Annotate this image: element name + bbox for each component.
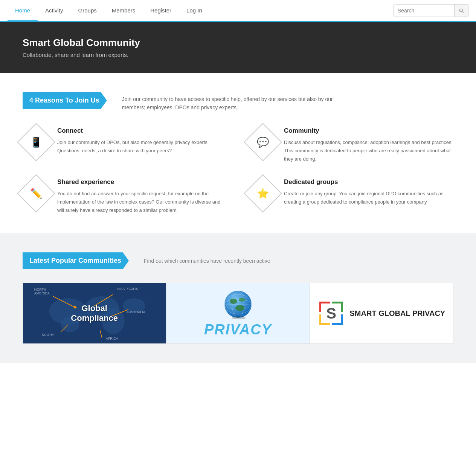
nav-login[interactable]: Log In (179, 0, 210, 20)
nav-groups[interactable]: Groups (71, 0, 104, 20)
sgp-border-tr (332, 302, 343, 312)
communities-description: Find out which communities have recently… (144, 258, 270, 264)
svg-line-16 (100, 330, 102, 338)
nav-activity[interactable]: Activity (38, 0, 71, 20)
svg-text:SOUTH: SOUTH (42, 333, 54, 337)
connect-title: Connect (57, 127, 227, 135)
svg-point-23 (239, 298, 245, 302)
svg-point-24 (235, 305, 244, 311)
communities-section: Latest Popular Communities Find out whic… (0, 233, 476, 363)
nav-members[interactable]: Members (104, 0, 143, 20)
sgp-border-bl (319, 314, 330, 325)
svg-text:NORTH: NORTH (34, 288, 46, 291)
svg-text:AUSTRALIA: AUSTRALIA (127, 310, 145, 314)
search-input[interactable] (394, 6, 454, 15)
community-icon: 💬 (244, 123, 282, 161)
connect-text: Join our community of DPOs, but also mor… (57, 138, 227, 155)
sgp-border-br (332, 314, 343, 325)
sgp-border-tl (319, 302, 330, 312)
community-text: Discuss about regulations, compliance, a… (284, 138, 453, 163)
connect-icon: 📱 (17, 123, 55, 161)
gc-title: GlobalCompliance (71, 303, 118, 323)
reasons-grid: 📱 Connect Join our community of DPOs, bu… (23, 127, 453, 215)
hero-section: Smart Global Community Collaborate, shar… (0, 22, 476, 73)
gc-card-image: NORTH AMERICA ASIA PACIFIC AUSTRALIA SOU… (23, 283, 166, 343)
communities-header: Latest Popular Communities Find out whic… (23, 252, 453, 269)
reasons-section: 4 Reasons To Join Us Join our community … (0, 73, 476, 233)
community-card-sgp[interactable]: SMART GLOBAL PRIVACY (310, 283, 453, 344)
groups-title: Dedicated groups (284, 178, 453, 186)
search-icon (458, 8, 464, 14)
svg-text:AFRICA: AFRICA (106, 337, 118, 340)
privacy-label: PRIVACY (204, 322, 272, 338)
reason-community: 💬 Community Discuss about regulations, c… (249, 127, 453, 163)
groups-text: Create or join any group. You can join r… (284, 190, 453, 206)
community-title: Community (284, 127, 453, 135)
reason-dedicated-groups: ⭐ Dedicated groups Create or join any gr… (249, 178, 453, 215)
reason-connect: 📱 Connect Join our community of DPOs, bu… (23, 127, 227, 163)
svg-text:ASIA PACIFIC: ASIA PACIFIC (117, 287, 139, 291)
search-bar (394, 4, 468, 17)
privacy-card-image: PRIVACY (166, 283, 309, 343)
nav-register[interactable]: Register (143, 0, 179, 20)
svg-text:AMERICA: AMERICA (34, 291, 50, 295)
reason-shared-experience: ✏️ Shared experience You do not find an … (23, 178, 227, 215)
community-card-privacy[interactable]: PRIVACY (166, 283, 310, 344)
sgp-card-image: SMART GLOBAL PRIVACY (310, 283, 453, 343)
search-button[interactable] (454, 4, 468, 17)
reasons-header: 4 Reasons To Join Us Join our community … (23, 92, 453, 112)
groups-icon: ⭐ (244, 174, 282, 213)
globe-icon (223, 289, 253, 319)
shared-icon: ✏️ (17, 174, 55, 213)
nav-home[interactable]: Home (8, 0, 38, 21)
reasons-badge: 4 Reasons To Join Us (23, 92, 107, 109)
nav-links: Home Activity Groups Members Register Lo… (8, 0, 394, 20)
hero-title: Smart Global Community (23, 37, 453, 49)
navigation: Home Activity Groups Members Register Lo… (0, 0, 476, 22)
communities-badge: Latest Popular Communities (23, 252, 129, 269)
shared-title: Shared experience (57, 178, 227, 186)
hero-subtitle: Collaborate, share and learn from expert… (23, 52, 453, 58)
svg-point-22 (230, 299, 237, 304)
sgp-logo (318, 300, 344, 326)
community-card-global-compliance[interactable]: NORTH AMERICA ASIA PACIFIC AUSTRALIA SOU… (23, 283, 166, 344)
communities-grid: NORTH AMERICA ASIA PACIFIC AUSTRALIA SOU… (23, 283, 453, 344)
shared-text: You do not find an answer to your specif… (57, 190, 227, 215)
sgp-label: SMART GLOBAL PRIVACY (349, 308, 445, 318)
reasons-description: Join our community to have access to spe… (122, 92, 348, 112)
svg-line-15 (61, 325, 68, 332)
